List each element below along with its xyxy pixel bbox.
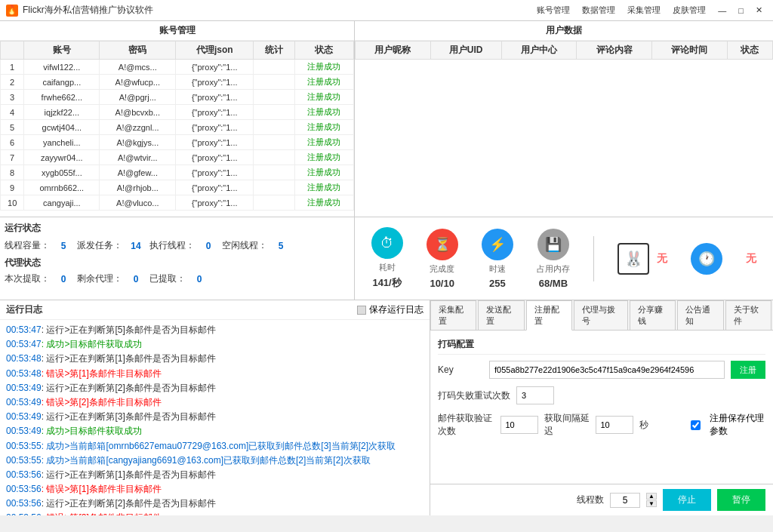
- row-id: 6: [1, 135, 24, 150]
- row-id: 4: [1, 105, 24, 120]
- config-tab-关于软件[interactable]: 关于软件: [725, 300, 771, 330]
- table-row[interactable]: 10 cangyaji... A!@vluco... {"proxy":"1..…: [1, 195, 354, 211]
- row-proxy: {"proxy":"1...: [176, 90, 254, 105]
- account-management-title: 账号管理: [0, 21, 354, 41]
- row-id: 9: [1, 180, 24, 195]
- thread-decrement-button[interactable]: ▼: [646, 500, 657, 507]
- log-time: 00:53:56: [6, 498, 42, 509]
- row-id: 7: [1, 150, 24, 165]
- middle-section: 运行状态 线程容量： 5 派发任务： 14 执行线程： 0 空闲线程： 5 代理…: [0, 217, 773, 300]
- table-row[interactable]: 6 yancheli... A!@kgjys... {"proxy":"1...…: [1, 135, 354, 150]
- col-stats: 统计: [254, 42, 295, 60]
- config-panel: 采集配置发送配置注册配置代理与拨号分享赚钱公告通知关于软件 打码配置 Key 注…: [430, 300, 773, 515]
- table-row[interactable]: 3 frwhe662... A!@pgrj... {"proxy":"1... …: [1, 90, 354, 105]
- menu-collect[interactable]: 采集管理: [623, 4, 665, 17]
- log-line: 00:53:49: 错误>第[2]条邮件非目标邮件: [6, 395, 423, 410]
- stop-button[interactable]: 停止: [663, 489, 711, 511]
- row-stats: [254, 135, 295, 150]
- fetched-value: 0: [192, 274, 207, 284]
- retry-input[interactable]: [516, 386, 554, 404]
- config-tabs: 采集配置发送配置注册配置代理与拨号分享赚钱公告通知关于软件: [430, 300, 773, 331]
- register-button[interactable]: 注册: [731, 361, 765, 379]
- ud-col-comment: 评论内容: [577, 42, 652, 60]
- menu-data[interactable]: 数据管理: [577, 4, 620, 17]
- row-id: 2: [1, 75, 24, 90]
- proxy-status-title: 代理状态: [5, 257, 41, 268]
- log-line: 00:53:48: 错误>第[1]条邮件非目标邮件: [6, 367, 423, 381]
- bottom-bar: 线程数 ▲ ▼ 停止 暂停: [430, 484, 773, 515]
- speed-icon: ⚡: [482, 229, 513, 260]
- memory-label: 占用内存: [537, 263, 570, 275]
- row-status: 注册成功: [294, 135, 353, 150]
- config-tab-公告通知[interactable]: 公告通知: [677, 300, 723, 330]
- app-title: Flickr海外私信营销推广协议软件: [23, 4, 153, 17]
- ud-col-status: 状态: [727, 42, 772, 60]
- row-proxy: {"proxy":"1...: [176, 135, 254, 150]
- stats-divider: [593, 236, 594, 281]
- config-content: 打码配置 Key 注册 打码失败重试次数 邮件获取验证次数 获取间隔延迟: [430, 331, 773, 484]
- fetch-interval-input[interactable]: [596, 416, 633, 434]
- row-proxy: {"proxy":"1...: [176, 60, 254, 75]
- table-row[interactable]: 9 omrnb662... A!@rhjob... {"proxy":"1...…: [1, 180, 354, 195]
- menu-account[interactable]: 账号管理: [532, 4, 574, 17]
- sec-label: 秒: [639, 419, 685, 432]
- table-row[interactable]: 8 xygb055f... A!@gfew... {"proxy":"1... …: [1, 165, 354, 180]
- log-save-row: 保存运行日志: [357, 303, 423, 316]
- row-status: 注册成功: [294, 105, 353, 120]
- row-account: yancheli...: [24, 135, 100, 150]
- account-table: 账号 密码 代理json 统计 状态 1 vifwl122... A!@mcs.…: [0, 41, 354, 211]
- close-button[interactable]: ✕: [751, 4, 767, 17]
- pause-button[interactable]: 暂停: [717, 489, 765, 511]
- title-bar-right: 账号管理 数据管理 采集管理 皮肤管理 — □ ✕: [532, 4, 767, 17]
- row-proxy: {"proxy":"1...: [176, 75, 254, 90]
- row-proxy: {"proxy":"1...: [176, 195, 254, 211]
- ud-col-center: 用户中心: [501, 42, 577, 60]
- row-account: frwhe662...: [24, 90, 100, 105]
- row-password: A!@vluco...: [100, 195, 176, 211]
- idle-thread-label: 空闲线程：: [222, 239, 267, 252]
- table-row[interactable]: 1 vifwl122... A!@mcs... {"proxy":"1... 注…: [1, 60, 354, 75]
- rabbit-icon: 🐰: [617, 243, 649, 275]
- log-time: 00:53:56: [6, 512, 42, 515]
- config-tab-代理与拨号[interactable]: 代理与拨号: [574, 300, 627, 330]
- minimize-button[interactable]: —: [713, 4, 731, 17]
- row-stats: [254, 150, 295, 165]
- menu-skin[interactable]: 皮肤管理: [668, 4, 710, 17]
- table-row[interactable]: 7 zayywr04... A!@wtvir... {"proxy":"1...…: [1, 150, 354, 165]
- table-row[interactable]: 4 iqjzkf22... A!@bcvxb... {"proxy":"1...…: [1, 105, 354, 120]
- row-password: A!@wtvir...: [100, 150, 176, 165]
- config-tab-分享赚钱[interactable]: 分享赚钱: [630, 300, 676, 330]
- exec-thread-value: 0: [201, 241, 216, 251]
- speed-value: 255: [489, 278, 506, 289]
- thread-increment-button[interactable]: ▲: [646, 493, 657, 500]
- table-row[interactable]: 5 gcwtj404... A!@zzgnl... {"proxy":"1...…: [1, 120, 354, 135]
- row-account: vifwl122...: [24, 60, 100, 75]
- config-tab-发送配置[interactable]: 发送配置: [478, 300, 524, 330]
- maximize-button[interactable]: □: [734, 4, 748, 17]
- table-row[interactable]: 2 caifangp... A!@wfucp... {"proxy":"1...…: [1, 75, 354, 90]
- email-fetch-input[interactable]: [500, 416, 538, 434]
- completion-icon: ⏳: [427, 229, 458, 260]
- row-stats: [254, 120, 295, 135]
- row-password: A!@mcs...: [100, 60, 176, 75]
- log-save-checkbox[interactable]: [357, 306, 366, 315]
- thread-count-input[interactable]: [610, 493, 640, 508]
- email-fetch-label: 邮件获取验证次数: [438, 412, 494, 438]
- thread-spinner: ▲ ▼: [646, 493, 657, 507]
- row-stats: [254, 105, 295, 120]
- completion-label: 完成度: [430, 263, 454, 275]
- config-tab-注册配置[interactable]: 注册配置: [526, 300, 572, 331]
- log-time: 00:53:55: [6, 441, 42, 451]
- row-stats: [254, 165, 295, 180]
- ud-col-time: 评论时间: [651, 42, 727, 60]
- save-proxy-checkbox[interactable]: [691, 420, 701, 430]
- row-id: 8: [1, 165, 24, 180]
- top-section: 账号管理 账号 密码 代理json 统计 状态 1 vifwl122... A!…: [0, 21, 773, 217]
- clock-icon: 🕐: [691, 243, 722, 275]
- log-time: 00:53:49: [6, 411, 42, 422]
- row-id: 3: [1, 90, 24, 105]
- key-input[interactable]: [489, 361, 725, 379]
- config-tab-采集配置[interactable]: 采集配置: [430, 300, 476, 330]
- log-line: 00:53:49: 成功>目标邮件获取成功: [6, 424, 423, 438]
- status-left-panel: 运行状态 线程容量： 5 派发任务： 14 执行线程： 0 空闲线程： 5 代理…: [0, 217, 355, 300]
